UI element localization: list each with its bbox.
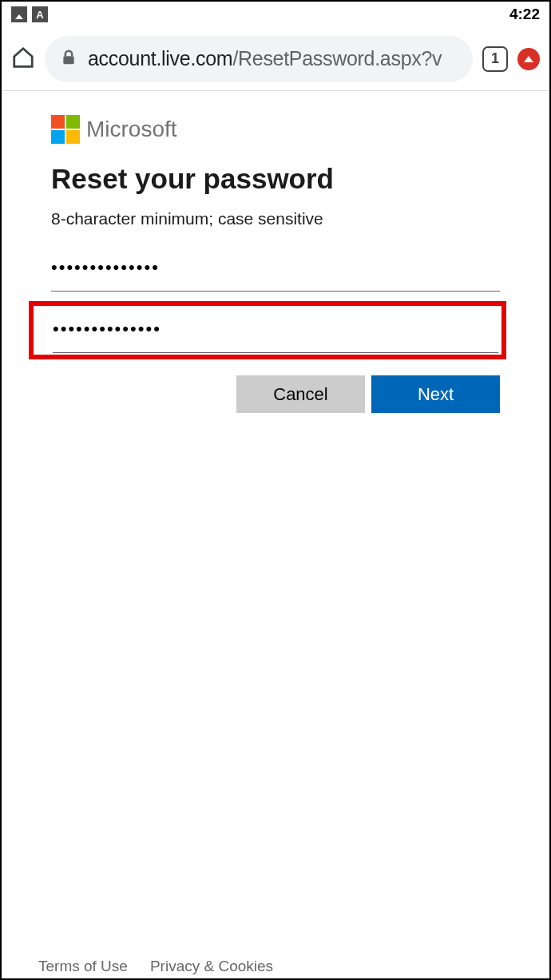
home-icon[interactable] bbox=[11, 46, 35, 73]
page-title: Reset your password bbox=[51, 163, 500, 195]
status-bar: A 4:22 bbox=[2, 2, 549, 27]
page-content: Microsoft Reset your password 8-characte… bbox=[2, 91, 549, 413]
next-button[interactable]: Next bbox=[371, 375, 500, 413]
tabs-button[interactable]: 1 bbox=[482, 46, 508, 72]
terms-link[interactable]: Terms of Use bbox=[38, 958, 128, 975]
privacy-link[interactable]: Privacy & Cookies bbox=[150, 958, 273, 975]
footer: Terms of Use Privacy & Cookies bbox=[2, 958, 549, 978]
password-hint: 8-character minimum; case sensitive bbox=[51, 209, 500, 228]
cancel-button[interactable]: Cancel bbox=[236, 375, 365, 413]
url-text: account.live.com/ResetPassword.aspx?v bbox=[88, 47, 442, 70]
url-bar[interactable]: account.live.com/ResetPassword.aspx?v bbox=[45, 36, 473, 82]
button-row: Cancel Next bbox=[51, 375, 500, 413]
microsoft-text: Microsoft bbox=[86, 117, 177, 142]
photo-notification-icon bbox=[11, 6, 27, 22]
app-notification-icon: A bbox=[32, 6, 48, 22]
status-icons-left: A bbox=[11, 6, 48, 22]
confirm-password-input[interactable] bbox=[53, 311, 498, 353]
status-time: 4:22 bbox=[509, 6, 540, 23]
microsoft-brand: Microsoft bbox=[51, 115, 500, 144]
browser-toolbar: account.live.com/ResetPassword.aspx?v 1 bbox=[2, 27, 549, 91]
update-icon[interactable] bbox=[517, 48, 540, 70]
microsoft-logo-icon bbox=[51, 115, 80, 144]
lock-icon bbox=[61, 49, 77, 69]
svg-rect-0 bbox=[63, 56, 73, 64]
new-password-input[interactable] bbox=[51, 249, 500, 292]
